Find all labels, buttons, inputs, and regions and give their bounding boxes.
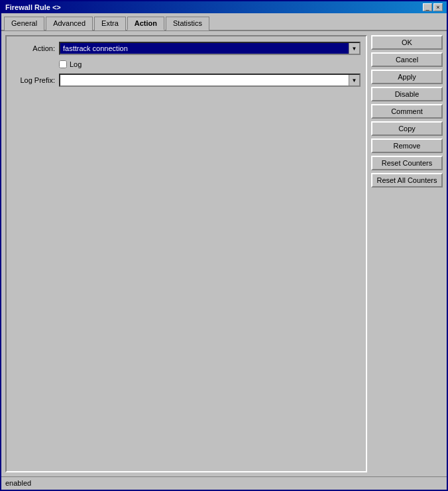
remove-button[interactable]: Remove <box>371 138 443 153</box>
disable-button[interactable]: Disable <box>371 87 443 101</box>
content-area: Action: fasttrack connection ▼ Log Log P… <box>1 31 447 476</box>
log-checkbox-row: Log <box>12 60 361 68</box>
copy-button[interactable]: Copy <box>371 121 443 136</box>
log-prefix-row: Log Prefix: ▼ <box>12 74 361 87</box>
window-controls: _ × <box>423 3 443 11</box>
window-title: Firewall Rule <> <box>5 3 61 11</box>
close-button[interactable]: × <box>433 3 443 11</box>
comment-button[interactable]: Comment <box>371 104 443 119</box>
action-label: Action: <box>12 44 55 52</box>
log-checkbox-label: Log <box>70 60 82 68</box>
reset-counters-button[interactable]: Reset Counters <box>371 156 443 170</box>
tab-bar: General Advanced Extra Action Statistics <box>1 13 447 31</box>
log-prefix-dropdown-arrow[interactable]: ▼ <box>349 75 359 85</box>
minimize-button[interactable]: _ <box>423 3 432 11</box>
action-row: Action: fasttrack connection ▼ <box>12 42 361 55</box>
action-dropdown-arrow[interactable]: ▼ <box>349 43 359 54</box>
main-window: Firewall Rule <> _ × General Advanced Ex… <box>0 0 448 491</box>
cancel-button[interactable]: Cancel <box>371 52 443 67</box>
log-prefix-select-wrapper: ▼ <box>59 74 361 87</box>
log-prefix-value[interactable] <box>60 75 349 85</box>
status-bar: enabled <box>1 476 447 490</box>
ok-button[interactable]: OK <box>371 35 443 50</box>
title-bar: Firewall Rule <> _ × <box>1 1 447 13</box>
status-text: enabled <box>5 479 31 487</box>
apply-button[interactable]: Apply <box>371 70 443 84</box>
tab-extra[interactable]: Extra <box>94 17 126 30</box>
window-body: General Advanced Extra Action Statistics… <box>1 13 447 490</box>
tab-action[interactable]: Action <box>127 17 164 30</box>
tab-advanced[interactable]: Advanced <box>46 17 93 30</box>
action-select-wrapper: fasttrack connection ▼ <box>59 42 361 55</box>
action-value: fasttrack connection <box>60 43 349 54</box>
main-panel: Action: fasttrack connection ▼ Log Log P… <box>5 35 367 472</box>
log-checkbox[interactable] <box>59 60 67 68</box>
reset-all-counters-button[interactable]: Reset All Counters <box>371 173 443 188</box>
tab-general[interactable]: General <box>4 17 44 30</box>
sidebar-buttons: OK Cancel Apply Disable Comment Copy Rem… <box>371 35 443 472</box>
log-prefix-label: Log Prefix: <box>12 76 55 84</box>
tab-statistics[interactable]: Statistics <box>166 17 209 30</box>
